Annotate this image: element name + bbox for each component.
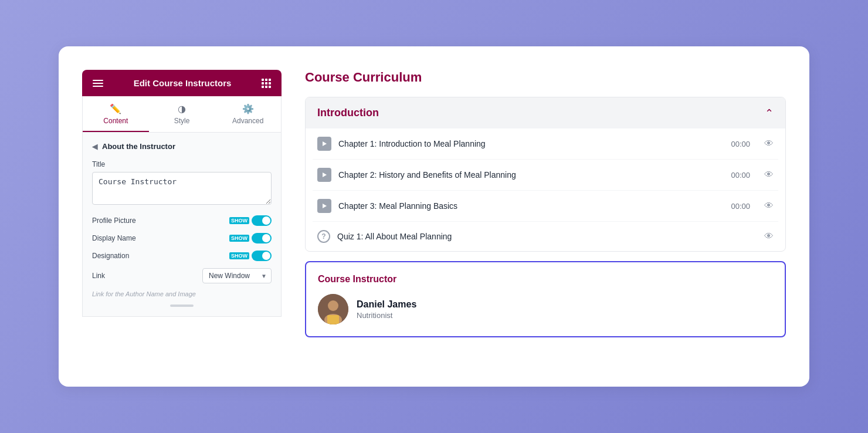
title-label: Title <box>92 160 272 168</box>
eye-icon[interactable]: 👁 <box>764 231 774 242</box>
chapter-item: Chapter 2: History and Benefits of Meal … <box>313 160 778 191</box>
chapter-name: Chapter 2: History and Benefits of Meal … <box>338 170 724 180</box>
chapter-item: Chapter 3: Meal Planning Basics 00:00 👁 <box>313 191 778 222</box>
instructor-card: Course Instructor Daniel James Nutrition… <box>305 261 786 337</box>
section-header: ◀ About the Instructor <box>92 142 272 151</box>
main-card: Edit Course Instructors ✏️ Content ◑ Sty… <box>59 46 809 387</box>
section-title: About the Instructor <box>102 142 175 151</box>
avatar <box>318 294 348 324</box>
tab-content[interactable]: ✏️ Content <box>83 96 149 132</box>
svg-point-4 <box>328 300 338 311</box>
chevron-icon: ◀ <box>92 143 97 151</box>
link-label: Link <box>92 272 105 280</box>
quiz-icon: ? <box>317 230 330 243</box>
panel-tabs: ✏️ Content ◑ Style ⚙️ Advanced <box>82 96 282 133</box>
link-select-wrapper: New Window Same Window ▼ <box>202 268 272 283</box>
section-banner-title: Introduction <box>317 107 379 119</box>
profile-picture-label: Profile Picture <box>92 216 136 225</box>
toggle-thumb <box>262 216 270 225</box>
svg-marker-2 <box>323 204 327 208</box>
curriculum-title: Course Curriculum <box>305 70 786 85</box>
instructor-designation: Nutritionist <box>357 311 416 320</box>
svg-marker-0 <box>323 141 327 146</box>
link-select[interactable]: New Window Same Window <box>202 268 272 283</box>
link-hint: Link for the Author Name and Image <box>92 290 272 297</box>
toggle-thumb-2 <box>262 234 270 242</box>
eye-icon[interactable]: 👁 <box>764 201 774 211</box>
link-row: Link New Window Same Window ▼ <box>92 268 272 283</box>
title-textarea[interactable] <box>92 172 272 205</box>
hamburger-icon[interactable] <box>93 80 103 87</box>
video-icon <box>317 168 331 182</box>
profile-picture-row: Profile Picture SHOW <box>92 215 272 226</box>
eye-icon[interactable]: 👁 <box>764 138 774 149</box>
panel-header-title: Edit Course Instructors <box>134 78 232 88</box>
collapse-button[interactable]: ⌃ <box>765 108 774 119</box>
halfcircle-icon: ◑ <box>178 103 186 114</box>
section-banner: Introduction ⌃ <box>306 97 785 128</box>
toggle-track-2[interactable] <box>252 233 272 243</box>
eye-icon[interactable]: 👁 <box>764 170 774 180</box>
grid-icon[interactable] <box>262 79 271 88</box>
chapter-time: 00:00 <box>731 171 750 180</box>
gear-icon: ⚙️ <box>242 103 254 114</box>
display-name-label: Display Name <box>92 234 136 242</box>
chapter-time: 00:00 <box>731 140 750 148</box>
instructor-label: Course Instructor <box>318 274 773 285</box>
chapter-list: Chapter 1: Introduction to Meal Planning… <box>306 128 785 251</box>
svg-rect-6 <box>327 315 339 324</box>
pencil-icon: ✏️ <box>110 103 121 114</box>
left-panel: Edit Course Instructors ✏️ Content ◑ Sty… <box>82 70 282 363</box>
tab-style[interactable]: ◑ Style <box>149 96 215 132</box>
toggle-track[interactable] <box>252 215 272 226</box>
title-field-group: Title <box>92 160 272 215</box>
toggle-thumb-3 <box>262 252 270 260</box>
designation-toggle[interactable]: SHOW <box>229 251 272 261</box>
video-icon <box>317 137 331 151</box>
curriculum-card: Introduction ⌃ Chapter 1: Introduction t… <box>305 97 786 252</box>
tab-advanced[interactable]: ⚙️ Advanced <box>215 96 281 132</box>
chapter-item: Chapter 1: Introduction to Meal Planning… <box>313 128 778 160</box>
panel-header: Edit Course Instructors <box>82 70 282 96</box>
chapter-name: Quiz 1: All About Meal Planning <box>337 232 743 241</box>
display-name-row: Display Name SHOW <box>92 233 272 243</box>
designation-row: Designation SHOW <box>92 251 272 261</box>
display-name-toggle[interactable]: SHOW <box>229 233 272 243</box>
chapter-item: ? Quiz 1: All About Meal Planning 👁 <box>313 222 778 251</box>
right-panel: Course Curriculum Introduction ⌃ Chapter… <box>305 70 786 363</box>
designation-label: Designation <box>92 252 129 260</box>
instructor-name: Daniel James <box>357 299 416 310</box>
profile-picture-toggle[interactable]: SHOW <box>229 215 272 226</box>
chapter-name: Chapter 3: Meal Planning Basics <box>338 201 724 211</box>
instructor-details: Daniel James Nutritionist <box>357 299 416 320</box>
svg-marker-1 <box>323 172 327 177</box>
scrollbar <box>170 305 194 307</box>
video-icon <box>317 199 331 213</box>
panel-body: ◀ About the Instructor Title Profile Pic… <box>82 133 282 317</box>
instructor-info: Daniel James Nutritionist <box>318 294 773 324</box>
chapter-time: 00:00 <box>731 202 750 211</box>
toggle-track-3[interactable] <box>252 251 272 261</box>
chapter-name: Chapter 1: Introduction to Meal Planning <box>338 139 724 148</box>
